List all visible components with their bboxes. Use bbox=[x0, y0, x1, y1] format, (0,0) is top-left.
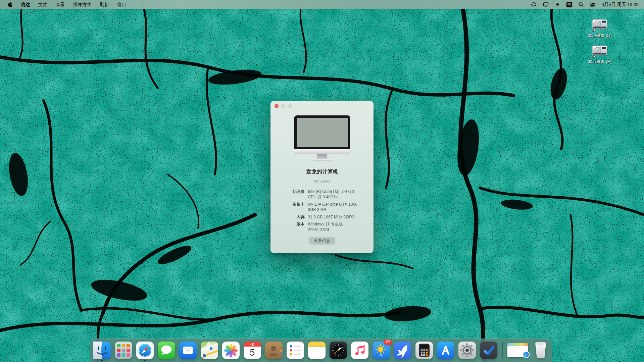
spec-value-line: 3GB 3 GB bbox=[308, 207, 368, 213]
menu-bar-clock[interactable]: 4月5日 周五 13:09 bbox=[602, 2, 639, 8]
dock-item-launchpad[interactable] bbox=[115, 342, 132, 359]
minimized-safari-window[interactable] bbox=[507, 343, 528, 357]
music-icon bbox=[351, 342, 368, 359]
desktop-icon-label: 本地磁盘 (E) bbox=[588, 59, 611, 65]
apple-menu-icon[interactable] bbox=[7, 2, 12, 7]
spec-row-memory: 内存 31.9 GB 1867 MHz DDR3 bbox=[273, 214, 371, 220]
spec-value: 31.9 GB 1867 MHz DDR3 bbox=[308, 214, 368, 220]
app-store-icon bbox=[437, 342, 454, 359]
more-info-button[interactable]: 更多信息 bbox=[309, 237, 335, 245]
desktop-icon-label: 本地磁盘 (D) bbox=[588, 33, 612, 39]
control-center-icon[interactable] bbox=[590, 2, 595, 7]
spec-value: NVIDIA GeForce GTX 1060 3GB 3 GB bbox=[308, 202, 368, 213]
dock-item-app-store[interactable] bbox=[437, 342, 454, 359]
search-icon[interactable] bbox=[579, 2, 584, 7]
dock-item-clock[interactable] bbox=[330, 342, 347, 359]
spec-value-line: Windows 11 专业版 bbox=[308, 221, 368, 227]
spec-label: 内存 bbox=[273, 214, 308, 220]
hardware-specs: 处理器 Intel(R) Core(TM) i7-4770 CPU @ 3.40… bbox=[273, 189, 371, 233]
weather-temperature-badge: 17° bbox=[384, 340, 392, 345]
window-thumbnail-line bbox=[509, 350, 517, 350]
spec-row-version: 版本 Windows 11 专业版 22631.3374 bbox=[273, 221, 371, 232]
imac-chin bbox=[294, 149, 350, 154]
blue-checkmark-icon bbox=[480, 342, 497, 359]
model-subtitle: All Series bbox=[270, 179, 374, 183]
dock-item-todo-check[interactable] bbox=[480, 342, 497, 359]
launchpad-icon bbox=[115, 342, 132, 359]
imac-screen bbox=[294, 115, 350, 149]
menu-item-file[interactable]: 文件 bbox=[38, 2, 47, 8]
dock-item-weather[interactable]: 晴 17° bbox=[373, 342, 390, 359]
hard-disk-icon bbox=[592, 44, 608, 58]
dock-item-calendar[interactable]: 4月 5 bbox=[244, 342, 261, 359]
trash-icon[interactable] bbox=[533, 341, 548, 360]
imac-illustration bbox=[294, 115, 350, 161]
running-indicator bbox=[144, 360, 146, 361]
calendar-icon: 4月 5 bbox=[244, 342, 261, 359]
imac-stand-base bbox=[313, 159, 331, 161]
desktop-icon-disk-e[interactable]: 本地磁盘 (E) bbox=[587, 44, 613, 65]
menu-item-refresh[interactable]: 刷新 bbox=[100, 2, 109, 8]
safari-icon bbox=[136, 342, 154, 359]
desktop-icon-disk-d[interactable]: 本地磁盘 (D) bbox=[587, 17, 613, 39]
messages-icon bbox=[158, 342, 175, 359]
dock-item-safari[interactable] bbox=[136, 342, 154, 359]
dock-item-calculator[interactable] bbox=[415, 342, 433, 359]
dock-item-notes[interactable] bbox=[308, 342, 326, 359]
menu-item-window[interactable]: 窗口 bbox=[117, 2, 126, 8]
spec-label: 处理器 bbox=[273, 189, 308, 200]
dock-item-finder[interactable] bbox=[93, 342, 111, 359]
menu-item-sort-by[interactable]: 排序方式 bbox=[73, 2, 91, 8]
menu-bar-status-area: 拼 4月5日 周五 13:09 bbox=[531, 2, 639, 8]
dock-item-system-settings[interactable] bbox=[458, 342, 476, 359]
spec-value-line: 22631.3374 bbox=[308, 227, 368, 233]
shortcut-arrow-icon bbox=[593, 29, 595, 32]
running-indicator bbox=[101, 360, 103, 361]
calendar-month-label: 4月 bbox=[250, 343, 255, 346]
minimize-button[interactable] bbox=[281, 104, 285, 108]
dock-item-reminders[interactable] bbox=[287, 342, 304, 359]
window-thumbnail-header bbox=[507, 343, 528, 346]
dock-item-messages[interactable] bbox=[158, 342, 175, 359]
desktop-screen: 访达 文件 查看 排序方式 刷新 窗口 拼 bbox=[0, 0, 644, 362]
imac-stand-neck bbox=[316, 154, 328, 159]
maps-icon bbox=[201, 342, 218, 359]
window-thumbnail-line bbox=[509, 348, 521, 348]
contacts-icon bbox=[265, 342, 283, 359]
cloud-icon[interactable] bbox=[531, 2, 537, 7]
desktop-icon-column: 本地磁盘 (D) 本地磁盘 (E) bbox=[587, 17, 613, 65]
spec-value-line: NVIDIA GeForce GTX 1060 bbox=[308, 202, 368, 207]
hard-disk-icon bbox=[592, 17, 608, 32]
menu-bar: 访达 文件 查看 排序方式 刷新 窗口 拼 bbox=[0, 0, 644, 9]
gear-icon bbox=[458, 342, 476, 359]
spec-row-processor: 处理器 Intel(R) Core(TM) i7-4770 CPU @ 3.40… bbox=[273, 189, 371, 200]
spec-value-line: Intel(R) Core(TM) i7-4770 bbox=[308, 189, 368, 195]
clock-icon bbox=[330, 342, 347, 359]
pinyin-input-icon[interactable]: 拼 bbox=[566, 2, 572, 7]
dock: 4月 5 bbox=[90, 339, 552, 362]
display-icon[interactable] bbox=[543, 2, 549, 7]
menu-bar-left: 访达 文件 查看 排序方式 刷新 窗口 bbox=[7, 2, 126, 8]
spec-label: 版本 bbox=[273, 221, 308, 232]
dock-item-photos[interactable] bbox=[222, 342, 240, 359]
photos-icon bbox=[222, 342, 240, 359]
eject-icon[interactable] bbox=[555, 2, 560, 7]
dock-item-mail[interactable] bbox=[179, 342, 197, 359]
close-button[interactable] bbox=[275, 104, 279, 108]
dock-item-thunder[interactable] bbox=[394, 342, 411, 359]
spec-value: Windows 11 专业版 22631.3374 bbox=[308, 221, 368, 232]
menu-item-finder[interactable]: 访达 bbox=[21, 2, 30, 8]
menu-item-view[interactable]: 查看 bbox=[56, 2, 65, 8]
spec-row-graphics: 图形卡 NVIDIA GeForce GTX 1060 3GB 3 GB bbox=[273, 202, 371, 213]
spec-label: 图形卡 bbox=[273, 202, 308, 213]
zoom-button[interactable] bbox=[288, 104, 292, 108]
calendar-day-label: 5 bbox=[250, 348, 255, 358]
dock-item-music[interactable] bbox=[351, 342, 368, 359]
window-traffic-lights bbox=[275, 104, 292, 108]
dock-item-maps[interactable] bbox=[201, 342, 218, 359]
dock-item-contacts[interactable] bbox=[265, 342, 283, 359]
calculator-icon bbox=[415, 342, 433, 359]
computer-name-title: 袁龙的计算机 bbox=[270, 168, 374, 175]
weather-condition-label: 晴 bbox=[380, 354, 383, 357]
reminders-icon bbox=[287, 342, 304, 359]
